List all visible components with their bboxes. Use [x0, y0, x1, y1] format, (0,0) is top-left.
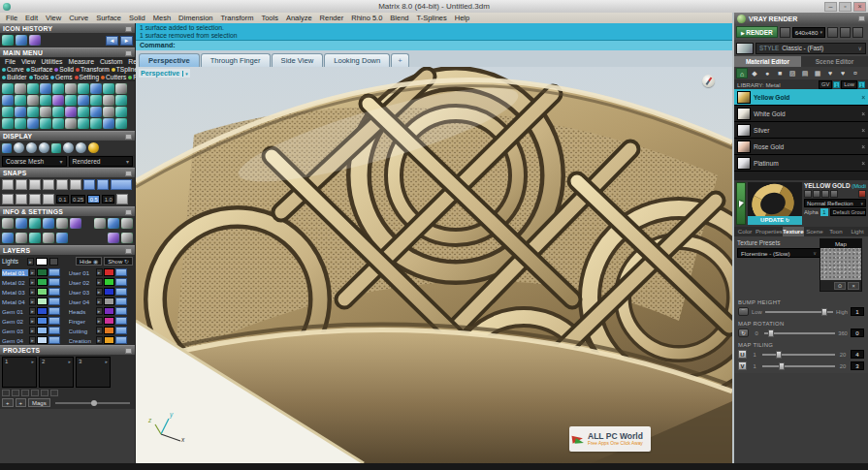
tiling-u-value[interactable]: 4 [851, 350, 864, 359]
mm-tab-view[interactable]: View [18, 58, 39, 65]
layer-color-swatch[interactable] [104, 278, 114, 286]
reflection-dropdown[interactable]: Normal Reflection [804, 199, 866, 207]
menu-file[interactable]: File [2, 14, 21, 22]
tool-icon[interactable] [78, 83, 89, 94]
panel-close-icon[interactable] [125, 209, 132, 215]
layer-toggle[interactable] [48, 268, 60, 276]
info-icon[interactable] [70, 218, 81, 229]
tool-icon[interactable] [52, 118, 64, 129]
slider-knob[interactable] [776, 351, 782, 359]
tab-perspective[interactable]: Perspective [139, 53, 200, 67]
tab-toon[interactable]: Toon [825, 227, 847, 236]
snap-value[interactable]: 0.25 [71, 195, 85, 204]
project-mini-button[interactable] [12, 390, 19, 396]
snaps-header[interactable]: SNAPS [0, 168, 135, 177]
ground-plane-dropdown[interactable]: Default Ground Plane [830, 208, 866, 216]
map-texture-thumbnail[interactable] [820, 248, 861, 280]
command-prompt[interactable]: Command: [136, 41, 732, 50]
menu-mesh[interactable]: Mesh [149, 14, 175, 22]
layer-name[interactable]: Cutting [69, 328, 95, 334]
info-settings-header[interactable]: INFO & SETTINGS [0, 206, 135, 216]
remove-material-icon[interactable] [861, 94, 865, 101]
tool-icon[interactable] [103, 95, 114, 106]
material-item-white-gold[interactable]: White Gold [734, 106, 868, 122]
layer-expand-icon[interactable] [96, 278, 103, 286]
shaded-sphere-icon[interactable] [14, 142, 24, 153]
shaded-sphere-icon[interactable] [26, 142, 37, 153]
tool-icon[interactable] [65, 95, 77, 106]
layer-color-swatch[interactable] [37, 298, 48, 305]
material-item-silver[interactable]: Silver [734, 122, 868, 139]
layer-expand-icon[interactable] [96, 268, 103, 276]
tool-icon[interactable] [52, 83, 64, 94]
category-solid[interactable]: Solid [53, 66, 75, 73]
info-icon[interactable] [16, 218, 27, 229]
update-preview-button[interactable]: UPDATE [748, 216, 802, 225]
settings-icon[interactable] [94, 218, 106, 229]
snap-icon[interactable] [70, 179, 81, 190]
slot-expand-icon[interactable] [68, 359, 71, 386]
layer-name[interactable]: User 04 [69, 298, 95, 305]
category-curve[interactable]: Curve [1, 66, 25, 73]
menu-blend[interactable]: Blend [386, 14, 412, 22]
save-material-icon[interactable] [804, 190, 812, 198]
layer-color-swatch[interactable] [37, 327, 48, 334]
map-clear-icon[interactable]: × [848, 282, 859, 290]
info-icon[interactable] [29, 233, 41, 243]
menu-edit[interactable]: Edit [21, 14, 42, 22]
layer-name[interactable]: Metal 02 [2, 279, 28, 286]
info-icon[interactable] [43, 218, 54, 229]
layer-toggle[interactable] [48, 298, 60, 305]
snap-icon[interactable] [16, 179, 27, 190]
tool-icon[interactable] [40, 83, 51, 94]
layer-expand-icon[interactable] [96, 307, 103, 315]
tool-icon[interactable] [27, 95, 39, 106]
slider-knob[interactable] [768, 329, 774, 337]
snap-icon[interactable] [43, 194, 54, 204]
snap-icon[interactable] [56, 179, 68, 190]
tool-icon[interactable] [52, 95, 64, 106]
tool-icon[interactable] [90, 118, 102, 129]
add-viewport-tab-button[interactable]: + [391, 53, 408, 67]
category-surface[interactable]: Surface [25, 66, 54, 73]
panel-close-icon[interactable] [125, 26, 132, 32]
resolution-dropdown[interactable]: 640x480 [792, 27, 825, 38]
tool-icon[interactable] [15, 107, 26, 117]
layer-color-swatch[interactable] [104, 327, 114, 334]
menu-dimension[interactable]: Dimension [175, 14, 216, 22]
material-item-yellow-gold[interactable]: Yellow Gold [734, 89, 868, 106]
layer-toggle[interactable] [115, 307, 127, 315]
layer-assign-icon[interactable] [821, 190, 829, 198]
snap-icon[interactable] [16, 194, 27, 204]
info-icon[interactable] [29, 218, 41, 229]
tool-icon[interactable] [103, 118, 114, 129]
project-add-button[interactable]: + [2, 398, 14, 407]
slot-expand-icon[interactable] [31, 359, 34, 386]
tool-icon[interactable] [115, 95, 127, 106]
material-sphere-icon[interactable]: ● [761, 68, 773, 78]
layer-name[interactable]: Finger [69, 318, 95, 325]
layer-color-swatch[interactable] [104, 288, 114, 296]
tool-icon[interactable] [15, 118, 26, 129]
tool-icon[interactable] [78, 118, 89, 129]
delete-material-icon[interactable] [858, 190, 866, 198]
bump-slider[interactable] [765, 311, 833, 313]
layer-toggle[interactable] [48, 336, 60, 344]
layer-name[interactable]: Heads [69, 308, 95, 315]
tool-icon[interactable] [115, 83, 127, 94]
layer-name[interactable]: Metal 01 [2, 269, 28, 276]
tab-side-view[interactable]: Side View [272, 53, 324, 67]
layer-color-swatch[interactable] [104, 336, 114, 344]
layer-color-swatch[interactable] [104, 307, 114, 315]
layer-name[interactable]: User 02 [69, 279, 95, 286]
copy-material-icon[interactable] [813, 190, 820, 198]
snap-toggle-icon[interactable] [83, 179, 95, 190]
layer-expand-icon[interactable] [29, 268, 36, 276]
project-slot[interactable]: 2 [39, 357, 74, 388]
3d-viewport[interactable]: Perspective x y z ALL PC World Free Apps… [136, 67, 732, 463]
menu-help[interactable]: Help [451, 14, 473, 22]
layer-toggle[interactable] [115, 268, 127, 276]
tab-light[interactable]: Light [847, 227, 868, 236]
layer-color-swatch[interactable] [104, 268, 114, 276]
menu-tsplines[interactable]: T-Splines [413, 14, 451, 22]
